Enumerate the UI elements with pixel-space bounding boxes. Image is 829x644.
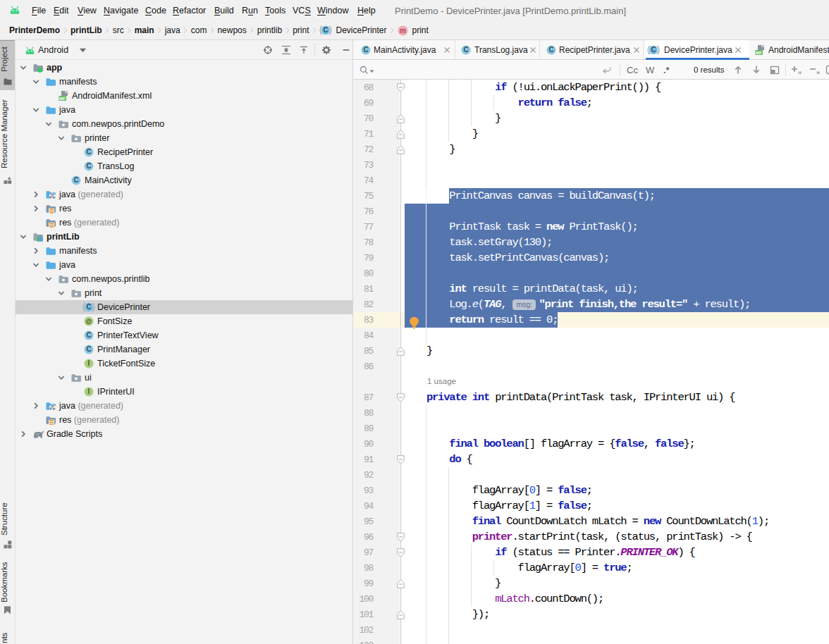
svg-text:C: C — [86, 303, 91, 311]
svg-text:C: C — [651, 46, 656, 54]
svg-text:C: C — [324, 26, 328, 34]
svg-text:m: m — [400, 27, 406, 35]
